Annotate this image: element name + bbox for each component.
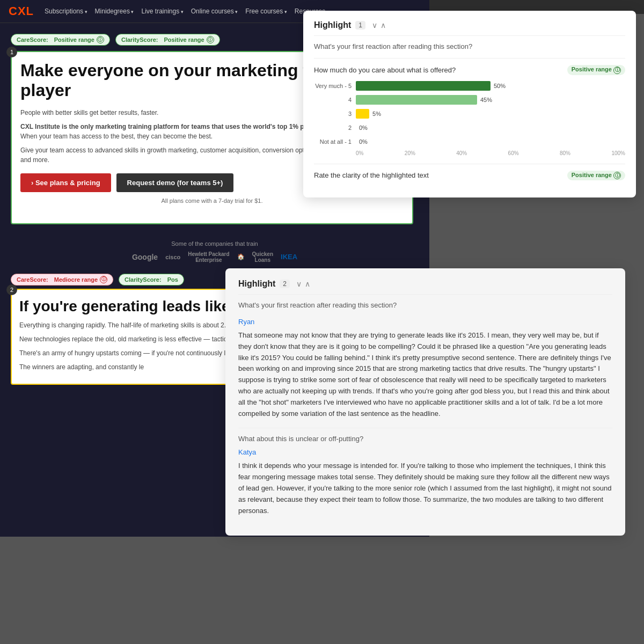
x-label-40: 40%	[456, 150, 467, 156]
chart-pct-5: 50%	[494, 83, 506, 89]
panel1-q1-text: What's your first reaction after reading…	[314, 42, 472, 50]
x-label-60: 60%	[508, 150, 519, 156]
panel2-reviewer1-text: That someone may not know that they are …	[238, 330, 612, 419]
panel2-question2: What about this is unclear or off-puttin…	[238, 435, 612, 443]
panel2-collapse-icon[interactable]	[296, 280, 302, 288]
nav-free-courses[interactable]: Free courses	[245, 8, 287, 15]
x-label-80: 80%	[560, 150, 570, 156]
panel1-expand-icon[interactable]	[380, 21, 386, 30]
logo-hp: Hewlett PackardEnterprise	[188, 251, 229, 263]
logos-section: Some of the companies that train Google …	[0, 235, 429, 268]
panel1-chart: Very much - 5 50% 4 45% 3 5%	[314, 80, 625, 156]
chart-label-1: Not at all - 1	[314, 138, 352, 145]
panel2-header: Highlight 2	[238, 279, 612, 295]
chart-label-4: 4	[314, 97, 352, 103]
care-score-info-icon[interactable]: ⓘ	[97, 36, 104, 43]
clarity-score-badge-2: ClarityScore: Pos	[119, 274, 184, 286]
highlight-panel-1: Highlight 1 What's your first reaction a…	[303, 11, 636, 197]
logo-ikea: IKEA	[281, 253, 297, 261]
chart-row-5: Very much - 5 50%	[314, 80, 625, 91]
chart-label-3: 3	[314, 111, 352, 117]
nav-subscriptions[interactable]: Subscriptions	[45, 8, 87, 15]
chart-row-3: 3 5%	[314, 108, 625, 119]
logos-row: Google cisco Hewlett PackardEnterprise 🏠…	[11, 251, 419, 263]
nav-minidegrees[interactable]: Minidegrees	[95, 8, 134, 15]
chart-bar-area-3: 5%	[356, 108, 625, 119]
logo-google: Google	[132, 253, 158, 261]
nav-live-trainings[interactable]: Live trainings	[141, 8, 183, 15]
logo-cisco: cisco	[165, 254, 180, 260]
panel2-number: 2	[280, 280, 290, 288]
care-score-badge: CareScore: Positive range ⓘ	[11, 34, 110, 46]
trial-text: All plans come with a 7-day trial for $1…	[20, 197, 404, 204]
clarity-score-info-icon[interactable]: ⓘ	[207, 36, 214, 43]
panel2-reviewer2-name: Katya	[238, 448, 612, 456]
chart-bar-5	[356, 81, 491, 91]
x-label-100: 100%	[611, 150, 625, 156]
panel2-expand-icon[interactable]	[305, 280, 310, 288]
nav-items: Subscriptions Minidegrees Live trainings…	[45, 8, 330, 15]
chart-bar-area-5: 50%	[356, 80, 625, 91]
panel1-question3-row: Rate the clarity of the highlighted text…	[314, 171, 625, 181]
panel1-q3-label: Rate the clarity of the highlighted text	[314, 171, 429, 179]
panel1-title: Highlight	[314, 20, 351, 30]
panel1-question2-row: How much do you care about what is offer…	[314, 65, 625, 156]
clarity-score-badge: ClarityScore: Positive range ⓘ	[115, 34, 220, 46]
nav-online-courses[interactable]: Online courses	[191, 8, 238, 15]
panel1-number: 1	[355, 21, 365, 30]
panel1-q2-info-icon[interactable]: ⓘ	[613, 67, 621, 74]
panel1-q2-range-badge: Positive range ⓘ	[567, 65, 625, 75]
chart-pct-3: 5%	[372, 111, 381, 117]
panel1-q3-range-badge: Positive range ⓘ	[567, 171, 625, 181]
chart-pct-1: 0%	[359, 138, 368, 145]
panel1-q1-header: What's your first reaction after reading…	[314, 42, 625, 50]
chart-bar-3	[356, 109, 369, 119]
highlight-number-1: 1	[6, 47, 17, 57]
chart-label-2: 2	[314, 125, 352, 131]
care-score-badge-2: CareScore: Mediocre range ⓘ	[11, 274, 113, 286]
care-score-info-icon-2[interactable]: ⓘ	[100, 276, 107, 283]
request-demo-button[interactable]: Request demo (for teams 5+)	[116, 173, 234, 192]
logo-quicken: QuickenLoans	[252, 251, 273, 263]
panel1-q2-label: How much do you care about what is offer…	[314, 66, 456, 74]
chart-row-1: Not at all - 1 0%	[314, 136, 625, 147]
chart-x-axis: 0% 20% 40% 60% 80% 100%	[314, 150, 625, 156]
chart-pct-2: 0%	[359, 125, 368, 131]
nav-logo: CXL	[9, 4, 34, 18]
panel1-q3-header: Rate the clarity of the highlighted text…	[314, 171, 625, 181]
chart-bar-4	[356, 95, 477, 105]
panel2-reviewer1-name: Ryan	[238, 318, 612, 326]
panel1-q2-header: How much do you care about what is offer…	[314, 65, 625, 75]
panel2-controls	[296, 280, 310, 288]
logos-label: Some of the companies that train	[11, 240, 419, 247]
highlight-number-2: 2	[6, 284, 17, 295]
panel1-controls	[372, 21, 386, 30]
panel1-question1-row: What's your first reaction after reading…	[314, 42, 625, 50]
chart-bar-area-1: 0%	[356, 136, 625, 147]
chart-bar-area-2: 0%	[356, 122, 625, 133]
chart-pct-4: 45%	[480, 97, 492, 103]
see-plans-button[interactable]: › See plans & pricing	[20, 173, 111, 192]
x-label-0: 0%	[356, 150, 363, 156]
panel2-reviewer2-text: I think it depends who your message is i…	[238, 460, 612, 516]
panel2-question1: What's your first reaction after reading…	[238, 301, 612, 309]
chart-row-2: 2 0%	[314, 122, 625, 133]
x-label-20: 20%	[405, 150, 415, 156]
chart-row-4: 4 45%	[314, 94, 625, 105]
highlight-panel-2: Highlight 2 What's your first reaction a…	[225, 268, 625, 536]
chart-label-5: Very much - 5	[314, 83, 352, 89]
logo-homedepot: 🏠	[237, 253, 245, 260]
panel1-q3-info-icon[interactable]: ⓘ	[613, 172, 621, 179]
chart-bar-area-4: 45%	[356, 94, 625, 105]
panel1-header: Highlight 1	[314, 20, 625, 36]
panel1-collapse-icon[interactable]	[372, 21, 377, 30]
panel2-title: Highlight	[238, 279, 275, 289]
